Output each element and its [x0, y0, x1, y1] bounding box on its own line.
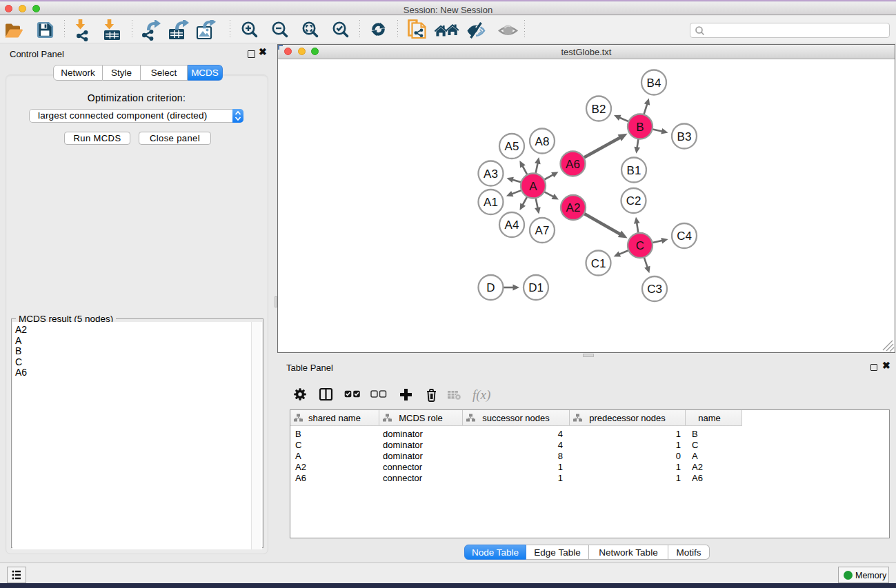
svg-text:A4: A4	[505, 219, 519, 232]
svg-text:A1: A1	[484, 196, 498, 209]
svg-text:C: C	[636, 239, 644, 252]
svg-text:B2: B2	[592, 103, 606, 116]
svg-text:D1: D1	[528, 281, 544, 294]
svg-text:C1: C1	[591, 257, 606, 270]
svg-text:A5: A5	[505, 140, 519, 153]
svg-text:B3: B3	[677, 130, 692, 143]
svg-text:C2: C2	[626, 194, 641, 207]
svg-text:B1: B1	[627, 164, 641, 177]
svg-text:C4: C4	[677, 230, 692, 243]
svg-text:C3: C3	[647, 283, 662, 296]
svg-text:B: B	[636, 121, 644, 134]
svg-text:A3: A3	[484, 168, 498, 181]
svg-text:D: D	[486, 281, 495, 294]
svg-text:A2: A2	[566, 201, 581, 214]
svg-text:A8: A8	[535, 135, 550, 148]
svg-text:A: A	[529, 180, 537, 193]
svg-text:B4: B4	[647, 77, 661, 90]
svg-text:A7: A7	[535, 224, 550, 237]
svg-text:A6: A6	[566, 158, 580, 171]
